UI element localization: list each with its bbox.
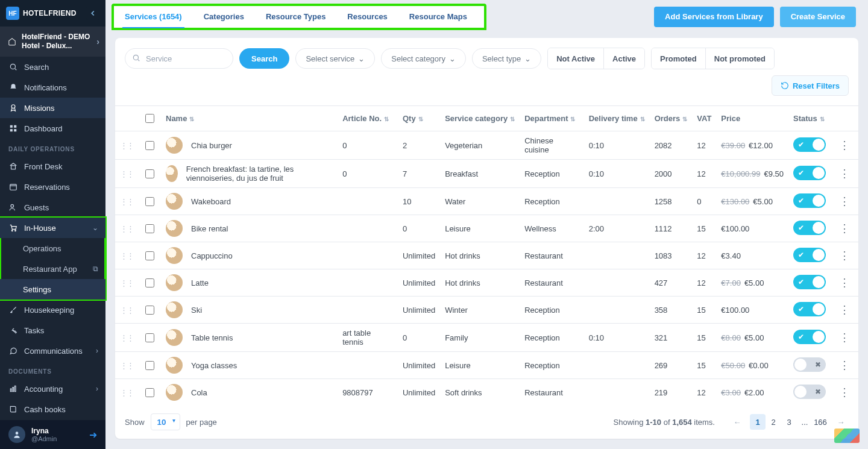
sidebar-item-operations[interactable]: Operations [0, 238, 105, 259]
row-checkbox[interactable] [145, 306, 154, 315]
sidebar-item-settings[interactable]: Settings [0, 279, 105, 300]
row-menu-button[interactable]: ⋮ [835, 386, 854, 398]
home-icon [7, 37, 17, 46]
page-166[interactable]: 166 [813, 414, 828, 430]
select-category-dropdown[interactable]: Select category⌄ [381, 48, 466, 69]
sidebar-collapse-button[interactable] [86, 7, 99, 20]
row-menu-button[interactable]: ⋮ [835, 222, 854, 234]
drag-handle-icon[interactable]: ⋮⋮ [115, 188, 138, 215]
status-toggle[interactable]: ✔✖ [793, 166, 826, 180]
page-size-select[interactable]: 10 [151, 413, 180, 430]
sidebar-item-reservations[interactable]: Reservations [0, 177, 105, 197]
search-button[interactable]: Search [239, 48, 289, 69]
tab-resource-types[interactable]: Resource Types [255, 6, 336, 28]
page-1[interactable]: 1 [750, 414, 766, 430]
prev-page-button[interactable]: ← [729, 414, 745, 430]
cell-category: Hot drinks [440, 269, 520, 297]
row-menu-button[interactable]: ⋮ [835, 359, 854, 371]
col-department[interactable]: Department⇅ [520, 106, 583, 131]
row-menu-button[interactable]: ⋮ [835, 250, 854, 262]
filter-active[interactable]: Active [603, 48, 644, 69]
status-toggle[interactable]: ✔✖ [793, 302, 826, 316]
row-checkbox[interactable] [145, 278, 154, 287]
status-toggle[interactable]: ✔✖ [793, 248, 826, 262]
tab-services[interactable]: Services (1654) [114, 6, 193, 28]
row-checkbox[interactable] [145, 361, 154, 370]
svg-point-10 [11, 204, 14, 207]
tab-categories[interactable]: Categories [193, 6, 255, 28]
drag-handle-icon[interactable]: ⋮⋮ [115, 269, 138, 297]
sidebar-item-in-house[interactable]: In-House ⌄ [0, 218, 105, 238]
row-menu-button[interactable]: ⋮ [835, 139, 854, 151]
filter-not-promoted[interactable]: Not promoted [705, 48, 774, 69]
status-toggle[interactable]: ✔✖ [793, 275, 826, 289]
sidebar-item-missions[interactable]: Missions [0, 98, 105, 118]
hotel-selector[interactable]: HotelFriend - DEMO Hotel - Delux... › [0, 27, 105, 57]
row-checkbox[interactable] [145, 169, 154, 178]
row-menu-button[interactable]: ⋮ [835, 168, 854, 180]
drag-handle-icon[interactable]: ⋮⋮ [115, 352, 138, 379]
select-service-dropdown[interactable]: Select service⌄ [295, 48, 375, 69]
filter-promoted[interactable]: Promoted [652, 48, 705, 69]
row-checkbox[interactable] [145, 141, 154, 150]
drag-handle-icon[interactable]: ⋮⋮ [115, 215, 138, 242]
row-menu-button[interactable]: ⋮ [835, 277, 854, 289]
status-toggle[interactable]: ✔✖ [793, 221, 826, 235]
sidebar-item-restaurant-app[interactable]: Restaurant App ⧉ [0, 259, 105, 279]
sidebar-user[interactable]: Iryna @Admin ➜ [0, 420, 105, 449]
sidebar-item-accounting[interactable]: Accounting › [0, 378, 105, 399]
sidebar-item-cash-books[interactable]: Cash books [0, 399, 105, 419]
cell-qty: Unlimited [398, 269, 440, 297]
row-menu-button[interactable]: ⋮ [835, 195, 854, 207]
sidebar-item-communications[interactable]: Communications › [0, 341, 105, 361]
refresh-icon [781, 81, 789, 90]
row-menu-button[interactable]: ⋮ [835, 304, 854, 316]
col-orders[interactable]: Orders⇅ [650, 106, 693, 131]
drag-handle-icon[interactable]: ⋮⋮ [115, 324, 138, 352]
drag-handle-icon[interactable]: ⋮⋮ [115, 242, 138, 269]
status-toggle[interactable]: ✔✖ [793, 137, 826, 152]
col-name[interactable]: Name⇅ [161, 106, 338, 131]
page-3[interactable]: 3 [781, 414, 797, 430]
search-input[interactable] [125, 48, 233, 69]
drag-handle-icon[interactable]: ⋮⋮ [115, 379, 138, 406]
tab-resource-maps[interactable]: Resource Maps [398, 6, 478, 28]
col-category[interactable]: Service category⇅ [440, 106, 520, 131]
pill-label: Active [612, 54, 636, 63]
next-page-button[interactable]: → [833, 414, 849, 430]
page-2[interactable]: 2 [766, 414, 781, 430]
add-from-library-button[interactable]: Add Services from Library [654, 7, 774, 27]
row-checkbox[interactable] [145, 388, 154, 397]
create-service-button[interactable]: Create Service [780, 7, 856, 27]
row-menu-button[interactable]: ⋮ [835, 331, 854, 344]
row-checkbox[interactable] [145, 224, 154, 233]
status-toggle[interactable]: ✔✖ [793, 357, 826, 372]
sidebar-item-guests[interactable]: Guests [0, 197, 105, 218]
sidebar-item-notifications[interactable]: Notifications [0, 77, 105, 98]
sidebar-item-housekeeping[interactable]: Housekeeping [0, 300, 105, 320]
col-article[interactable]: Article No.⇅ [338, 106, 398, 131]
col-qty[interactable]: Qty⇅ [398, 106, 440, 131]
select-all-checkbox[interactable] [145, 114, 154, 123]
sidebar-item-search[interactable]: Search [0, 57, 105, 77]
select-type-dropdown[interactable]: Select type⌄ [472, 48, 541, 69]
status-toggle[interactable]: ✔✖ [793, 193, 826, 208]
col-status[interactable]: Status⇅ [788, 106, 831, 131]
filter-not-active[interactable]: Not Active [548, 48, 603, 69]
sidebar-item-dashboard[interactable]: Dashboard [0, 118, 105, 139]
cell-orders: 269 [650, 352, 693, 379]
drag-handle-icon[interactable]: ⋮⋮ [115, 131, 138, 160]
reset-filters-button[interactable]: Reset Filters [772, 75, 849, 96]
row-checkbox[interactable] [145, 197, 154, 206]
col-delivery[interactable]: Delivery time⇅ [584, 106, 650, 131]
sidebar-item-tasks[interactable]: Tasks [0, 320, 105, 341]
row-checkbox[interactable] [145, 251, 154, 260]
status-toggle[interactable]: ✔✖ [793, 385, 826, 399]
row-checkbox[interactable] [145, 333, 154, 342]
sidebar-item-front-desk[interactable]: Front Desk [0, 156, 105, 177]
tab-resources[interactable]: Resources [336, 6, 398, 28]
table-wrapper[interactable]: Name⇅ Article No.⇅ Qty⇅ Service category… [115, 105, 858, 405]
drag-handle-icon[interactable]: ⋮⋮ [115, 160, 138, 188]
status-toggle[interactable]: ✔✖ [793, 330, 826, 344]
drag-handle-icon[interactable]: ⋮⋮ [115, 297, 138, 324]
